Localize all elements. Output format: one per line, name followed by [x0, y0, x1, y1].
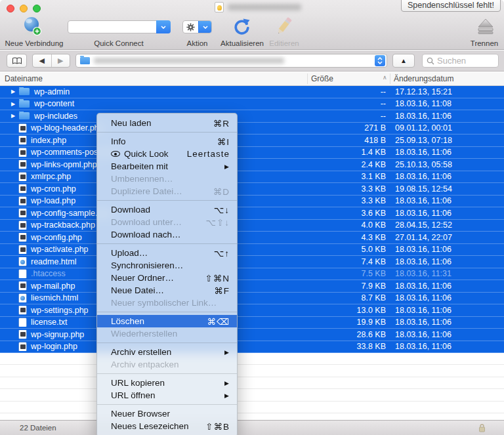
menu-item-label: Neu laden: [111, 118, 152, 128]
refresh-icon[interactable]: [232, 17, 251, 37]
table-row[interactable]: index.php418 B25.09.13, 07:18: [0, 135, 504, 147]
menu-item-shortcut: Leertaste: [187, 149, 230, 159]
document-duck-icon: [215, 2, 224, 12]
file-size: 33.8 KB: [314, 342, 386, 351]
bookmarks-button[interactable]: [7, 54, 27, 68]
file-size: --: [314, 87, 386, 96]
file-size: --: [314, 99, 386, 108]
table-row[interactable]: wp-mail.php7.9 KB18.03.16, 11:06: [0, 280, 504, 293]
file-name: wp-mail.php: [31, 281, 75, 291]
menu-item-archiv-erstellen[interactable]: Archiv erstellen▶: [97, 346, 237, 358]
menu-item-shortcut: ⇧⌘B: [205, 421, 230, 432]
table-row[interactable]: wp-load.php3.3 KB18.03.16, 11:06: [0, 196, 504, 208]
table-row[interactable]: wp-settings.php13.0 KB18.03.16, 11:06: [0, 304, 504, 317]
path-dropdown[interactable]: [75, 54, 387, 68]
chevron-down-icon: [203, 26, 208, 29]
menu-item-quick-look[interactable]: Quick LookLeertaste: [97, 148, 237, 160]
status-bar: 22 Dateien: [0, 420, 504, 435]
table-row[interactable]: wp-comments-post.php1.4 KB18.03.16, 11:0…: [0, 147, 504, 159]
search-icon: [427, 57, 434, 65]
file-icon: [19, 160, 26, 169]
menu-item-url-öffnen[interactable]: URL öffnen▶: [97, 389, 237, 402]
minimize-window-button[interactable]: [20, 5, 28, 12]
menu-item-upload[interactable]: Upload…⌥↑: [97, 247, 237, 259]
menu-item-neu-laden[interactable]: Neu laden⌘R: [97, 117, 237, 129]
column-header-filename[interactable]: Dateiname: [5, 74, 43, 83]
table-row[interactable]: ▶wp-content--18.03.16, 11:08: [0, 98, 504, 111]
go-up-button[interactable]: ▲: [392, 54, 415, 68]
menu-item-synchronisieren[interactable]: Synchronisieren…: [97, 259, 237, 272]
table-row[interactable]: liesmich.html8.7 KB18.03.16, 11:06: [0, 293, 504, 305]
file-size: 3.3 KB: [314, 184, 386, 194]
file-name: .htaccess: [31, 269, 66, 278]
menu-item-neuer-browser[interactable]: Neuer Browser: [97, 407, 237, 420]
menu-item-archiv-entpacken: Archiv entpacken: [97, 358, 237, 371]
context-menu: Neu laden⌘RInfo⌘IQuick LookLeertasteBear…: [96, 113, 238, 435]
table-row[interactable]: ▶wp-includes--18.03.16, 11:06: [0, 110, 504, 123]
table-row[interactable]: readme.html7.4 KB18.03.16, 11:06: [0, 256, 504, 268]
table-row[interactable]: license.txt19.9 KB18.03.16, 11:06: [0, 317, 504, 329]
quick-connect-combobox[interactable]: [68, 20, 171, 33]
refresh-label[interactable]: Aktualisieren: [219, 39, 265, 47]
table-row[interactable]: wp-login.php33.8 KB18.03.16, 11:06: [0, 341, 504, 354]
disclosure-triangle-icon[interactable]: ▶: [11, 89, 19, 94]
table-row[interactable]: .htaccess7.5 KB18.03.16, 11:31: [0, 268, 504, 281]
menu-item-info[interactable]: Info⌘I: [97, 135, 237, 148]
table-row[interactable]: wp-blog-header.php271 B09.01.12, 00:01: [0, 123, 504, 135]
file-name: license.txt: [31, 318, 68, 327]
menu-separator: [97, 340, 237, 346]
table-row[interactable]: xmlrpc.php3.1 KB18.03.16, 11:06: [0, 171, 504, 184]
file-modified-date: 19.08.15, 12:54: [386, 184, 504, 194]
menu-item-download-nach[interactable]: Download nach…: [97, 228, 237, 241]
globe-new-connection-icon[interactable]: [22, 15, 43, 37]
menu-item-neue-datei[interactable]: Neue Datei…⌘F: [97, 284, 237, 297]
table-row[interactable]: ▶wp-admin--17.12.13, 15:21: [0, 86, 504, 98]
disclosure-triangle-icon[interactable]: ▶: [11, 101, 19, 107]
table-row[interactable]: wp-links-opml.php2.4 KB25.10.13, 05:58: [0, 159, 504, 171]
menu-item-url-kopieren[interactable]: URL kopieren▶: [97, 377, 237, 389]
menu-item-neuer-ordner[interactable]: Neuer Ordner…⇧⌘N: [97, 272, 237, 284]
new-connection-label[interactable]: Neue Verbindung: [4, 39, 64, 47]
file-size: 418 B: [314, 136, 386, 145]
menu-item-download[interactable]: Download⌥↓: [97, 203, 237, 216]
menu-item-shortcut: ⇧⌘N: [205, 273, 230, 283]
file-name: xmlrpc.php: [31, 172, 71, 181]
table-row[interactable]: wp-config-sample.php3.6 KB18.03.16, 11:0…: [0, 207, 504, 220]
file-size: 3.1 KB: [314, 172, 386, 181]
empty-rows-area[interactable]: [0, 353, 504, 420]
cyberduck-window: Spendenschlüssel fehlt! Neue Verbindung …: [0, 0, 504, 435]
history-nav-segment: ◀ ▶: [32, 54, 70, 68]
menu-item-label: URL öffnen: [111, 390, 156, 400]
column-header-modified[interactable]: Änderungsdatum: [394, 74, 453, 83]
menu-item-label: Löschen: [111, 316, 144, 326]
action-menu-button[interactable]: [182, 20, 212, 33]
menu-item-neues-lesezeichen[interactable]: Neues Lesezeichen⇧⌘B: [97, 420, 237, 432]
file-icon: [19, 294, 26, 302]
disconnect-eject-icon[interactable]: [476, 18, 495, 36]
file-name: wp-load.php: [31, 196, 75, 205]
column-header-size[interactable]: Größe: [311, 74, 333, 83]
table-row[interactable]: wp-activate.php5.0 KB18.03.16, 11:06: [0, 244, 504, 257]
menu-item-bearbeiten-mit[interactable]: Bearbeiten mit▶: [97, 160, 237, 173]
table-row[interactable]: wp-cron.php3.3 KB19.08.15, 12:54: [0, 183, 504, 196]
forward-button[interactable]: ▶: [52, 56, 70, 65]
search-input[interactable]: Suchen: [422, 54, 499, 68]
action-dropdown-button[interactable]: [198, 21, 211, 33]
quick-connect-dropdown-button[interactable]: [156, 20, 171, 33]
menu-item-löschen[interactable]: Löschen⌘⌫: [97, 315, 237, 327]
donation-key-missing-button[interactable]: Spendenschlüssel fehlt!: [401, 0, 501, 12]
menu-separator: [97, 402, 237, 407]
table-row[interactable]: wp-signup.php28.6 KB18.03.16, 11:06: [0, 329, 504, 341]
disconnect-label[interactable]: Trennen: [467, 39, 501, 47]
path-stepper-button[interactable]: [375, 55, 385, 66]
zoom-window-button[interactable]: [33, 5, 41, 12]
table-row[interactable]: wp-trackback.php4.0 KB28.04.15, 12:52: [0, 220, 504, 232]
back-button[interactable]: ◀: [33, 56, 51, 65]
file-icon: [19, 342, 26, 351]
disclosure-triangle-icon[interactable]: ▶: [11, 113, 19, 119]
file-modified-date: 18.03.16, 11:06: [386, 209, 504, 218]
table-row[interactable]: wp-config.php4.3 KB27.01.14, 22:07: [0, 232, 504, 244]
file-size: 7.5 KB: [314, 269, 386, 278]
close-window-button[interactable]: [7, 5, 14, 12]
menu-item-label: Download: [111, 205, 150, 215]
